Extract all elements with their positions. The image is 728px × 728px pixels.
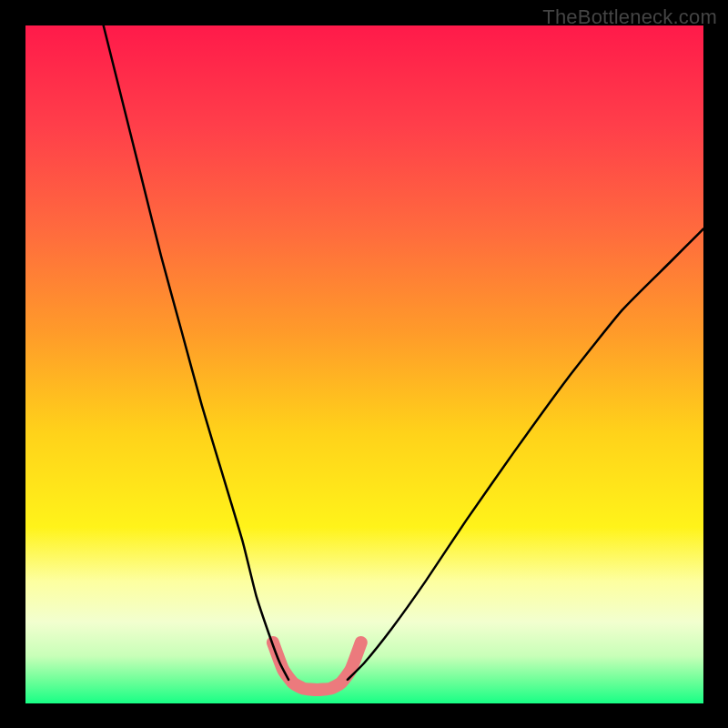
bottom-band-curve	[273, 642, 361, 690]
right-branch-curve	[348, 229, 703, 680]
watermark-text: TheBottleneck.com	[542, 5, 717, 29]
plot-area	[25, 25, 703, 703]
curve-layer	[25, 25, 703, 703]
left-branch-curve	[104, 25, 288, 680]
